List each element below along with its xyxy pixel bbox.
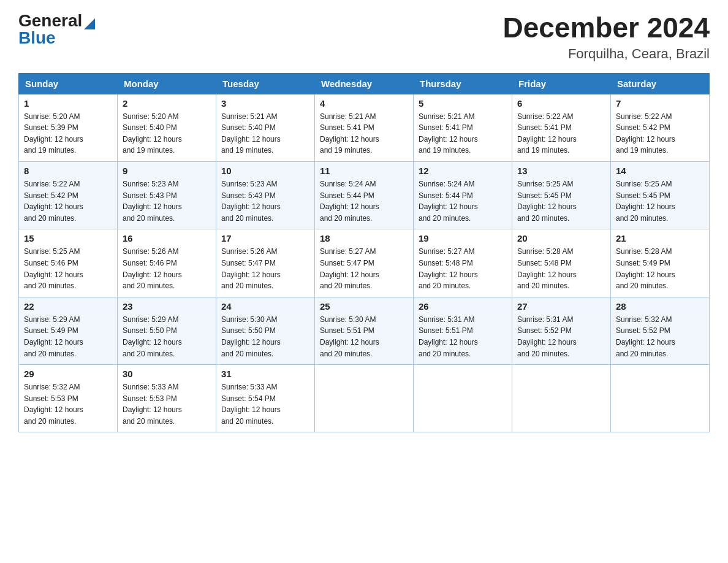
day-number: 28 bbox=[616, 301, 704, 312]
calendar-cell: 19Sunrise: 5:27 AMSunset: 5:48 PMDayligh… bbox=[414, 229, 512, 297]
day-info: Sunrise: 5:21 AMSunset: 5:41 PMDaylight:… bbox=[320, 111, 408, 156]
day-info: Sunrise: 5:27 AMSunset: 5:47 PMDaylight:… bbox=[320, 246, 408, 291]
day-number: 26 bbox=[419, 301, 507, 312]
day-number: 30 bbox=[123, 369, 211, 379]
day-info: Sunrise: 5:32 AMSunset: 5:52 PMDaylight:… bbox=[616, 314, 704, 359]
title-block: December 2024 Forquilha, Ceara, Brazil bbox=[502, 12, 710, 62]
day-info: Sunrise: 5:32 AMSunset: 5:53 PMDaylight:… bbox=[24, 381, 112, 427]
day-number: 21 bbox=[616, 233, 704, 243]
day-info: Sunrise: 5:25 AMSunset: 5:46 PMDaylight:… bbox=[24, 246, 112, 291]
day-number: 22 bbox=[24, 301, 112, 312]
calendar-table: SundayMondayTuesdayWednesdayThursdayFrid… bbox=[18, 73, 710, 433]
day-number: 23 bbox=[123, 301, 211, 312]
calendar-header-row: SundayMondayTuesdayWednesdayThursdayFrid… bbox=[19, 73, 710, 94]
calendar-cell bbox=[414, 365, 512, 432]
day-info: Sunrise: 5:33 AMSunset: 5:54 PMDaylight:… bbox=[221, 381, 309, 427]
calendar-header-saturday: Saturday bbox=[611, 73, 710, 94]
calendar-cell: 18Sunrise: 5:27 AMSunset: 5:47 PMDayligh… bbox=[315, 229, 414, 297]
calendar-cell: 8Sunrise: 5:22 AMSunset: 5:42 PMDaylight… bbox=[19, 161, 118, 229]
calendar-header-thursday: Thursday bbox=[414, 73, 512, 94]
calendar-week-row: 15Sunrise: 5:25 AMSunset: 5:46 PMDayligh… bbox=[19, 229, 710, 297]
day-info: Sunrise: 5:31 AMSunset: 5:51 PMDaylight:… bbox=[419, 314, 507, 359]
calendar-cell: 25Sunrise: 5:30 AMSunset: 5:51 PMDayligh… bbox=[315, 297, 414, 364]
calendar-cell: 28Sunrise: 5:32 AMSunset: 5:52 PMDayligh… bbox=[611, 297, 710, 364]
calendar-cell: 29Sunrise: 5:32 AMSunset: 5:53 PMDayligh… bbox=[19, 365, 118, 432]
calendar-cell: 3Sunrise: 5:21 AMSunset: 5:40 PMDaylight… bbox=[216, 94, 315, 161]
calendar-header-tuesday: Tuesday bbox=[216, 73, 315, 94]
day-number: 4 bbox=[320, 98, 408, 109]
day-info: Sunrise: 5:30 AMSunset: 5:51 PMDaylight:… bbox=[320, 314, 408, 359]
calendar-cell: 6Sunrise: 5:22 AMSunset: 5:41 PMDaylight… bbox=[512, 94, 611, 161]
day-number: 18 bbox=[320, 233, 408, 243]
day-info: Sunrise: 5:22 AMSunset: 5:42 PMDaylight:… bbox=[24, 178, 112, 224]
calendar-subtitle: Forquilha, Ceara, Brazil bbox=[502, 46, 710, 62]
day-info: Sunrise: 5:21 AMSunset: 5:41 PMDaylight:… bbox=[419, 111, 507, 156]
calendar-cell bbox=[512, 365, 611, 432]
day-info: Sunrise: 5:30 AMSunset: 5:50 PMDaylight:… bbox=[221, 314, 309, 359]
day-number: 8 bbox=[24, 166, 112, 176]
day-number: 17 bbox=[221, 233, 309, 243]
day-info: Sunrise: 5:24 AMSunset: 5:44 PMDaylight:… bbox=[419, 178, 507, 224]
calendar-cell: 31Sunrise: 5:33 AMSunset: 5:54 PMDayligh… bbox=[216, 365, 315, 432]
calendar-cell: 16Sunrise: 5:26 AMSunset: 5:46 PMDayligh… bbox=[118, 229, 216, 297]
logo-triangle-icon bbox=[84, 18, 95, 29]
logo-text-blue: Blue bbox=[18, 29, 56, 47]
day-number: 6 bbox=[517, 98, 605, 109]
day-number: 10 bbox=[221, 166, 309, 176]
page-header: General Blue December 2024 Forquilha, Ce… bbox=[18, 12, 710, 62]
calendar-cell: 21Sunrise: 5:28 AMSunset: 5:49 PMDayligh… bbox=[611, 229, 710, 297]
logo: General Blue bbox=[18, 12, 95, 47]
logo-text-general: General bbox=[18, 12, 82, 29]
calendar-cell: 14Sunrise: 5:25 AMSunset: 5:45 PMDayligh… bbox=[611, 161, 710, 229]
calendar-cell: 22Sunrise: 5:29 AMSunset: 5:49 PMDayligh… bbox=[19, 297, 118, 364]
day-number: 12 bbox=[419, 166, 507, 176]
calendar-cell: 10Sunrise: 5:23 AMSunset: 5:43 PMDayligh… bbox=[216, 161, 315, 229]
calendar-cell: 12Sunrise: 5:24 AMSunset: 5:44 PMDayligh… bbox=[414, 161, 512, 229]
calendar-header-friday: Friday bbox=[512, 73, 611, 94]
day-info: Sunrise: 5:26 AMSunset: 5:47 PMDaylight:… bbox=[221, 246, 309, 291]
day-info: Sunrise: 5:20 AMSunset: 5:39 PMDaylight:… bbox=[24, 111, 112, 156]
day-number: 14 bbox=[616, 166, 704, 176]
calendar-cell: 27Sunrise: 5:31 AMSunset: 5:52 PMDayligh… bbox=[512, 297, 611, 364]
calendar-week-row: 29Sunrise: 5:32 AMSunset: 5:53 PMDayligh… bbox=[19, 365, 710, 432]
day-number: 24 bbox=[221, 301, 309, 312]
day-number: 15 bbox=[24, 233, 112, 243]
calendar-header-sunday: Sunday bbox=[19, 73, 118, 94]
day-info: Sunrise: 5:22 AMSunset: 5:41 PMDaylight:… bbox=[517, 111, 605, 156]
day-info: Sunrise: 5:33 AMSunset: 5:53 PMDaylight:… bbox=[123, 381, 211, 427]
day-number: 9 bbox=[123, 166, 211, 176]
day-info: Sunrise: 5:22 AMSunset: 5:42 PMDaylight:… bbox=[616, 111, 704, 156]
calendar-cell: 1Sunrise: 5:20 AMSunset: 5:39 PMDaylight… bbox=[19, 94, 118, 161]
calendar-cell bbox=[611, 365, 710, 432]
day-number: 13 bbox=[517, 166, 605, 176]
day-number: 2 bbox=[123, 98, 211, 109]
calendar-cell: 5Sunrise: 5:21 AMSunset: 5:41 PMDaylight… bbox=[414, 94, 512, 161]
day-info: Sunrise: 5:23 AMSunset: 5:43 PMDaylight:… bbox=[221, 178, 309, 224]
day-number: 19 bbox=[419, 233, 507, 243]
calendar-cell: 9Sunrise: 5:23 AMSunset: 5:43 PMDaylight… bbox=[118, 161, 216, 229]
day-info: Sunrise: 5:23 AMSunset: 5:43 PMDaylight:… bbox=[123, 178, 211, 224]
day-number: 31 bbox=[221, 369, 309, 379]
day-number: 27 bbox=[517, 301, 605, 312]
calendar-cell: 7Sunrise: 5:22 AMSunset: 5:42 PMDaylight… bbox=[611, 94, 710, 161]
day-number: 20 bbox=[517, 233, 605, 243]
day-number: 3 bbox=[221, 98, 309, 109]
day-number: 29 bbox=[24, 369, 112, 379]
day-number: 25 bbox=[320, 301, 408, 312]
calendar-cell: 23Sunrise: 5:29 AMSunset: 5:50 PMDayligh… bbox=[118, 297, 216, 364]
calendar-cell: 13Sunrise: 5:25 AMSunset: 5:45 PMDayligh… bbox=[512, 161, 611, 229]
calendar-cell: 24Sunrise: 5:30 AMSunset: 5:50 PMDayligh… bbox=[216, 297, 315, 364]
calendar-cell: 2Sunrise: 5:20 AMSunset: 5:40 PMDaylight… bbox=[118, 94, 216, 161]
day-info: Sunrise: 5:25 AMSunset: 5:45 PMDaylight:… bbox=[616, 178, 704, 224]
calendar-cell: 30Sunrise: 5:33 AMSunset: 5:53 PMDayligh… bbox=[118, 365, 216, 432]
day-number: 7 bbox=[616, 98, 704, 109]
calendar-header-wednesday: Wednesday bbox=[315, 73, 414, 94]
calendar-cell: 17Sunrise: 5:26 AMSunset: 5:47 PMDayligh… bbox=[216, 229, 315, 297]
day-number: 5 bbox=[419, 98, 507, 109]
day-number: 11 bbox=[320, 166, 408, 176]
day-number: 16 bbox=[123, 233, 211, 243]
day-info: Sunrise: 5:21 AMSunset: 5:40 PMDaylight:… bbox=[221, 111, 309, 156]
day-info: Sunrise: 5:29 AMSunset: 5:50 PMDaylight:… bbox=[123, 314, 211, 359]
day-info: Sunrise: 5:24 AMSunset: 5:44 PMDaylight:… bbox=[320, 178, 408, 224]
day-info: Sunrise: 5:31 AMSunset: 5:52 PMDaylight:… bbox=[517, 314, 605, 359]
